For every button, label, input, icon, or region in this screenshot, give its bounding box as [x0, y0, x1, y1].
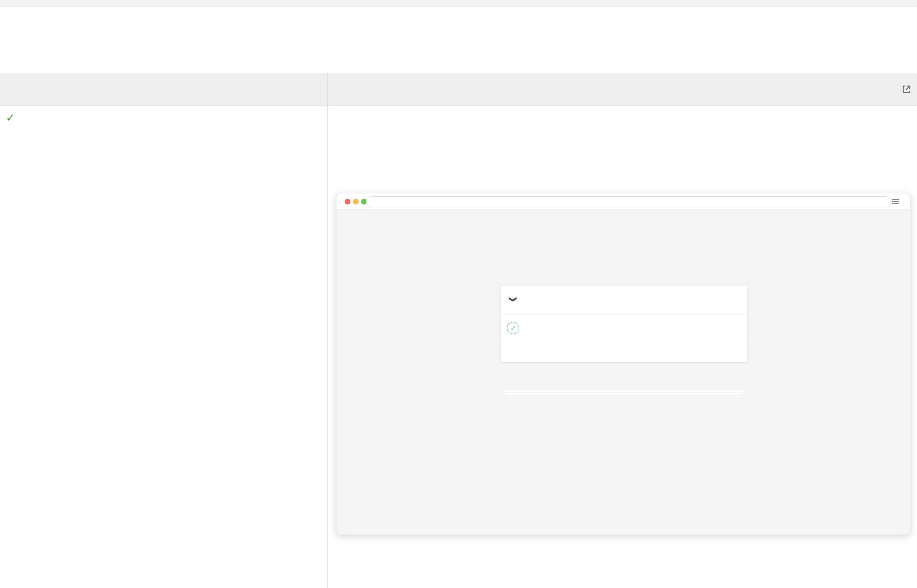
- new-todo-row: ❯: [501, 286, 747, 315]
- filter-group: [501, 341, 747, 362]
- card-stack-shadow-2: [506, 393, 742, 395]
- menu-icon: [892, 199, 899, 204]
- actions-panel-tabbar: [0, 73, 327, 106]
- traffic-light-minimize: [353, 199, 359, 204]
- open-external-icon[interactable]: [901, 84, 912, 95]
- traffic-light-close: [345, 199, 350, 204]
- passed-check-icon: ✓: [6, 111, 15, 124]
- snapshot-panel-tabbar: [328, 73, 917, 106]
- todo-toggle-checked-icon[interactable]: ✓: [507, 322, 519, 334]
- address-bar: [366, 196, 891, 207]
- todo-app-snapshot: ❯ ✓: [336, 210, 910, 535]
- todo-item-row: ✓: [501, 315, 747, 341]
- test-status-row[interactable]: ✓: [0, 106, 327, 130]
- browser-chrome-bar: [336, 193, 910, 210]
- app-info-footer: [501, 387, 747, 391]
- window-title-bar: [0, 0, 917, 7]
- todo-card: ❯ ✓: [501, 286, 747, 362]
- actions-panel: ✓: [0, 73, 327, 588]
- timeline-strip[interactable]: [0, 7, 917, 73]
- toggle-all-chevron-icon[interactable]: ❯: [509, 296, 518, 302]
- action-list-bottom-divider: [0, 577, 327, 577]
- trace-viewer-root: ✓ ❯ ✓: [0, 0, 917, 588]
- todo-footer: [501, 341, 747, 362]
- browser-window-snapshot: ❯ ✓: [336, 193, 910, 535]
